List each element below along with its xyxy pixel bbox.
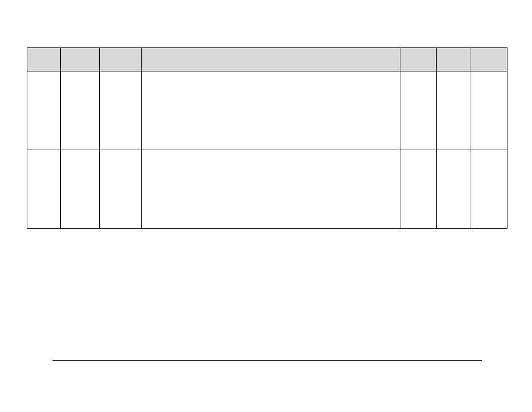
cell [437, 150, 471, 229]
cell [437, 71, 471, 150]
cell [60, 150, 99, 229]
table [27, 47, 507, 229]
cell [99, 71, 141, 150]
table-row [27, 150, 507, 229]
cell [27, 71, 61, 150]
table-header-row [27, 48, 507, 71]
cell [141, 150, 400, 229]
cell [99, 150, 141, 229]
footer-rule [52, 360, 482, 361]
cell [471, 71, 507, 150]
cell [141, 71, 400, 150]
cell [60, 71, 99, 150]
cell [471, 150, 507, 229]
header-col-4 [141, 48, 400, 71]
cell [400, 150, 437, 229]
data-table [27, 47, 507, 229]
header-col-7 [471, 48, 507, 71]
header-col-1 [27, 48, 61, 71]
cell [400, 71, 437, 150]
table-row [27, 71, 507, 150]
cell [27, 150, 61, 229]
header-col-3 [99, 48, 141, 71]
header-col-2 [60, 48, 99, 71]
header-col-6 [437, 48, 471, 71]
header-col-5 [400, 48, 437, 71]
